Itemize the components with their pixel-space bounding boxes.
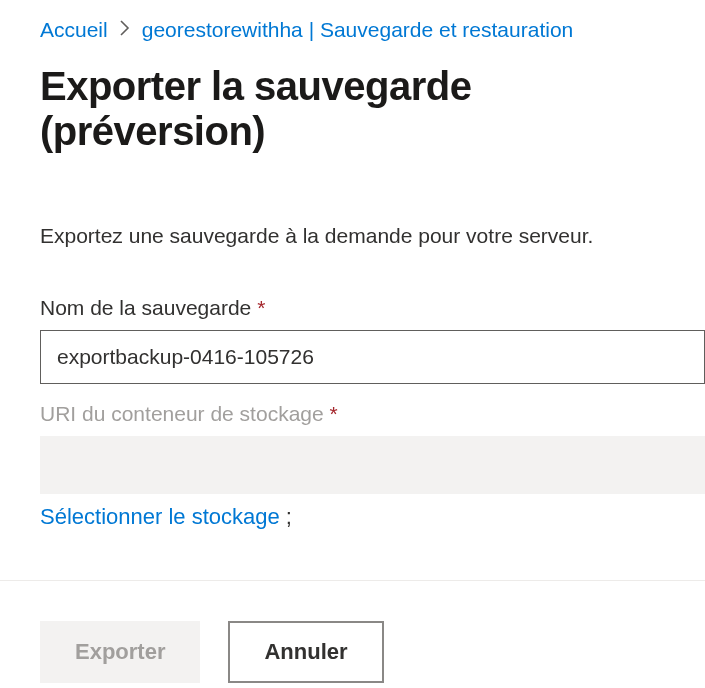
select-storage-row: Sélectionner le stockage ; [40,504,705,530]
storage-uri-label: URI du conteneur de stockage * [40,402,705,426]
export-button[interactable]: Exporter [40,621,200,683]
storage-uri-group: URI du conteneur de stockage * Sélection… [40,402,705,530]
breadcrumb-resource[interactable]: georestorewithha | Sauvegarde et restaur… [142,18,574,42]
footer-actions: Exporter Annuler [0,580,705,683]
backup-name-group: Nom de la sauvegarde * [40,296,705,384]
backup-name-label: Nom de la sauvegarde * [40,296,705,320]
chevron-right-icon [120,20,130,41]
breadcrumb: Accueil georestorewithha | Sauvegarde et… [40,18,705,42]
backup-name-field[interactable] [40,330,705,384]
page-title: Exporter la sauvegarde (préversion) [40,64,705,154]
storage-uri-field [40,436,705,494]
breadcrumb-home[interactable]: Accueil [40,18,108,42]
required-indicator: * [257,296,265,319]
select-storage-link[interactable]: Sélectionner le stockage [40,504,280,529]
required-indicator: * [330,402,338,425]
page-description: Exportez une sauvegarde à la demande pou… [40,224,705,248]
cancel-button[interactable]: Annuler [228,621,383,683]
